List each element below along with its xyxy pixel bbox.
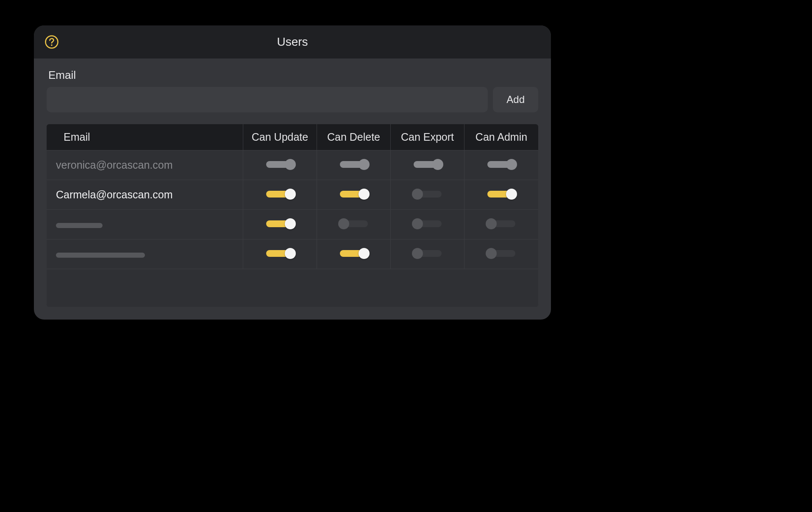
- toggle-knob: [285, 218, 296, 229]
- toggle-can-export[interactable]: [414, 220, 442, 227]
- column-header-can-admin: Can Admin: [464, 124, 538, 150]
- toggle-knob: [412, 248, 423, 259]
- cell-email: [47, 239, 243, 269]
- cell-can-export: [391, 180, 464, 209]
- help-icon[interactable]: [44, 34, 59, 50]
- cell-email: [47, 209, 243, 239]
- column-header-can-delete: Can Delete: [317, 124, 391, 150]
- toggle-knob: [285, 159, 296, 170]
- panel-title: Users: [277, 35, 308, 49]
- toggle-can-admin[interactable]: [487, 250, 515, 257]
- toggle-knob: [486, 248, 497, 259]
- cell-can-admin: [464, 150, 538, 180]
- cell-can-export: [391, 209, 464, 239]
- placeholder-bar: [56, 253, 145, 258]
- table-row: Carmela@orcascan.com: [47, 180, 538, 209]
- user-email: veronica@orcascan.com: [56, 159, 173, 171]
- cell-can-delete: [317, 150, 391, 180]
- toggle-knob: [285, 189, 296, 200]
- table-row: [47, 239, 538, 269]
- toggle-knob: [359, 159, 370, 170]
- toggle-can-export[interactable]: [414, 191, 442, 198]
- toggle-can-admin[interactable]: [487, 220, 515, 227]
- email-row: Add: [47, 87, 538, 112]
- toggle-knob: [412, 189, 423, 200]
- toggle-knob: [359, 189, 370, 200]
- toggle-can-update[interactable]: [266, 220, 294, 227]
- column-header-email: Email: [47, 124, 243, 150]
- users-table: Email Can Update Can Delete Can Export C…: [47, 124, 538, 307]
- toggle-can-admin[interactable]: [487, 191, 515, 198]
- table-row: veronica@orcascan.com: [47, 150, 538, 180]
- cell-can-delete: [317, 209, 391, 239]
- email-input[interactable]: [47, 87, 488, 112]
- toggle-can-export[interactable]: [414, 250, 442, 257]
- cell-email: veronica@orcascan.com: [47, 150, 243, 180]
- toggle-knob: [285, 248, 296, 259]
- toggle-can-delete[interactable]: [340, 250, 368, 257]
- cell-can-update: [243, 150, 317, 180]
- cell-can-update: [243, 180, 317, 209]
- toggle-knob: [412, 218, 423, 229]
- add-button[interactable]: Add: [493, 87, 538, 112]
- email-label: Email: [48, 69, 538, 82]
- cell-can-delete: [317, 180, 391, 209]
- cell-can-admin: [464, 180, 538, 209]
- cell-can-admin: [464, 239, 538, 269]
- toggle-knob: [338, 218, 349, 229]
- panel-body: Email Add Email Can Update Can Delete Ca…: [34, 58, 551, 320]
- cell-can-export: [391, 150, 464, 180]
- toggle-knob: [486, 218, 497, 229]
- table-row: [47, 209, 538, 239]
- toggle-can-admin[interactable]: [487, 161, 515, 168]
- column-header-can-export: Can Export: [391, 124, 464, 150]
- panel-header: Users: [34, 25, 551, 58]
- toggle-can-delete[interactable]: [340, 161, 368, 168]
- toggle-knob: [506, 159, 517, 170]
- toggle-knob: [359, 248, 370, 259]
- table-header-row: Email Can Update Can Delete Can Export C…: [47, 124, 538, 150]
- user-email: Carmela@orcascan.com: [56, 189, 172, 200]
- toggle-knob: [506, 189, 517, 200]
- svg-point-1: [51, 45, 52, 46]
- table-footer-cell: [47, 269, 538, 307]
- column-header-can-update: Can Update: [243, 124, 317, 150]
- cell-can-delete: [317, 239, 391, 269]
- cell-can-admin: [464, 209, 538, 239]
- cell-can-update: [243, 239, 317, 269]
- toggle-can-delete[interactable]: [340, 191, 368, 198]
- table-footer-row: [47, 269, 538, 307]
- cell-can-update: [243, 209, 317, 239]
- toggle-can-update[interactable]: [266, 191, 294, 198]
- toggle-can-update[interactable]: [266, 250, 294, 257]
- toggle-can-update[interactable]: [266, 161, 294, 168]
- toggle-can-delete[interactable]: [340, 220, 368, 227]
- cell-can-export: [391, 239, 464, 269]
- toggle-can-export[interactable]: [414, 161, 442, 168]
- users-panel: Users Email Add Email Can Update Can Del…: [34, 25, 551, 320]
- placeholder-bar: [56, 223, 103, 228]
- cell-email: Carmela@orcascan.com: [47, 180, 243, 209]
- toggle-knob: [432, 159, 443, 170]
